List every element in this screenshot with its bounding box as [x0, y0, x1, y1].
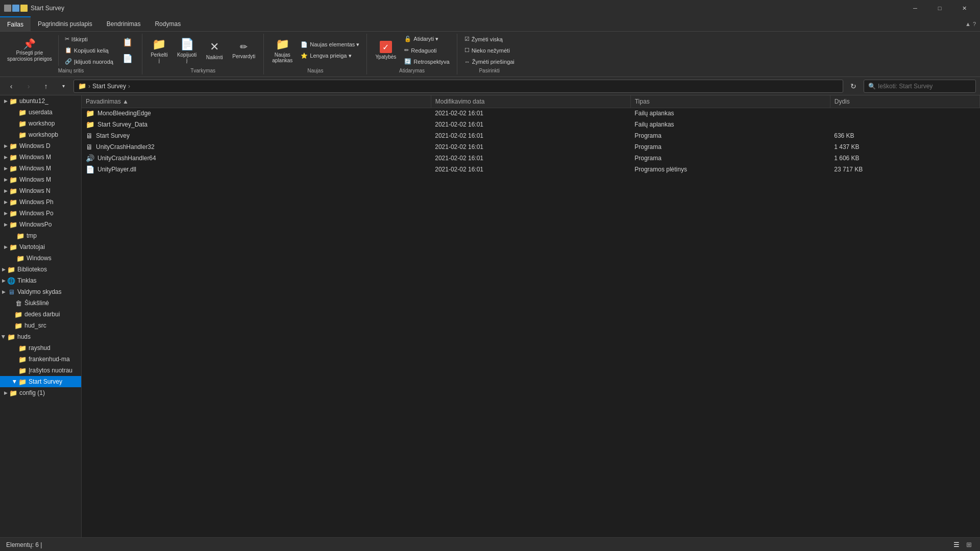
ribbon-group-naujas: 📁 Naujasaplankas 📄 Naujas elementas ▾ ⭐ … — [264, 34, 367, 74]
sidebar-item-huds[interactable]: ▶ 📁 huds — [0, 331, 81, 342]
btn-iklijuoti-nuoroda[interactable]: 🔗 Įklijuoti nuorodą — [62, 57, 116, 67]
cell-name-2: 🖥 Start Survey — [82, 130, 431, 141]
table-row[interactable]: 📁 MonoBleedingEdge 2021-02-02 16:01 Fail… — [82, 108, 980, 119]
maximize-button[interactable]: □ — [928, 0, 951, 16]
sidebar-item-frankenhud[interactable]: ▶ 📁 frankenhud-ma — [0, 354, 81, 365]
folder-icon-windowsD: 📁 — [9, 142, 17, 150]
btn-prisegti[interactable]: 📌 Prisegti priesparciosios prieigos — [4, 35, 55, 66]
btn-naujas-elementas[interactable]: 📄 Naujas elementas ▾ — [298, 40, 362, 50]
sidebar-item-windowsM2[interactable]: ▶ 📁 Windows M — [0, 163, 81, 174]
sidebar-item-siuksline[interactable]: ▶ 🗑 Šiukšlinė — [0, 297, 81, 309]
btn-perkelti[interactable]: 📁 Perkeltiį — [146, 35, 172, 66]
btn-redaguoti[interactable]: ✏ Redaguoti — [401, 45, 452, 56]
col-header-type[interactable]: Tipas — [630, 95, 830, 108]
ribbon-collapse-icon[interactable]: ▲ — [965, 21, 971, 27]
btn-retrospektyva[interactable]: 🔄 Retrospektyva — [401, 57, 452, 67]
view-details-button[interactable]: ☰ — [951, 540, 962, 550]
sidebar-item-bibliotekos[interactable]: ▶ 📁 Bibliotekos — [0, 264, 81, 275]
sidebar-item-config[interactable]: ▶ 📁 config (1) — [0, 387, 81, 398]
btn-kopijuoti2[interactable]: 📄 Kopijuotiį — [173, 35, 201, 66]
retrospektyva-icon: 🔄 — [404, 58, 411, 65]
sidebar: ▶ 📁 ubuntu12_ ▶ 📁 userdata ▶ 📁 workshop … — [0, 95, 82, 537]
ribbon-help-icon[interactable]: ? — [973, 21, 976, 27]
folder-icon-workshopb: 📁 — [18, 131, 27, 139]
sidebar-item-windowsN[interactable]: ▶ 📁 Windows N — [0, 185, 81, 196]
table-row[interactable]: 📁 Start Survey_Data 2021-02-02 16:01 Fai… — [82, 119, 980, 130]
cell-size-2: 636 KB — [830, 130, 979, 141]
refresh-button[interactable]: ↻ — [846, 79, 861, 93]
sidebar-item-start-survey[interactable]: ▶ 📁 Start Survey — [0, 376, 81, 387]
arrow-windowsPo: ▶ — [2, 210, 9, 217]
forward-button[interactable]: › — [21, 79, 36, 93]
cell-type-1: Failų aplankas — [630, 119, 830, 130]
tab-pagrindinis[interactable]: Pagrindinis puslapis — [31, 16, 100, 31]
file-name-label-3: UnityCrashHandler32 — [96, 143, 155, 151]
file-icon-0: 📁 — [86, 109, 94, 117]
search-input[interactable] — [878, 83, 971, 90]
btn-kopijuoti[interactable]: 📋 — [117, 35, 138, 50]
sidebar-item-valdymo-skydas[interactable]: ▶ 🖥 Valdymo skydas — [0, 286, 81, 297]
label-tinklas: Tinklas — [17, 277, 37, 284]
sidebar-item-workshopb[interactable]: ▶ 📁 workshopb — [0, 129, 81, 140]
sidebar-item-windowsPo[interactable]: ▶ 📁 Windows Po — [0, 208, 81, 219]
up-button[interactable]: ↑ — [39, 79, 53, 93]
address-bar[interactable]: 📁 › Start Survey › — [74, 80, 843, 93]
sidebar-item-workshop[interactable]: ▶ 📁 workshop — [0, 118, 81, 129]
btn-naikinti[interactable]: ✕ Naikinti — [202, 35, 227, 66]
col-header-modified[interactable]: Modifikavimo data — [431, 95, 630, 108]
btn-ypatybes[interactable]: ✓ Ypatybės — [371, 35, 400, 66]
sidebar-item-irasytos-nuotr[interactable]: ▶ 📁 Įrašytos nuotrau — [0, 365, 81, 376]
sidebar-item-tmp[interactable]: ▶ 📁 tmp — [0, 230, 81, 241]
sidebar-item-windowsD[interactable]: ▶ 📁 Windows D — [0, 140, 81, 152]
atidarymas-buttons: ✓ Ypatybės 🔓 Atidaryti ▾ ✏ Redaguoti 🔄 R… — [371, 34, 452, 67]
col-header-name[interactable]: Pavadinimas ▲ — [82, 95, 431, 108]
view-large-icons-button[interactable]: ⊞ — [964, 540, 974, 550]
cell-size-0 — [830, 108, 979, 119]
btn-pervardyti[interactable]: ✏ Pervardyti — [228, 35, 259, 66]
copy-paste-main: 📋 📄 — [117, 35, 138, 66]
btn-atidaryti[interactable]: 🔓 Atidaryti ▾ — [401, 34, 452, 44]
sidebar-item-ubuntu12[interactable]: ▶ 📁 ubuntu12_ — [0, 95, 81, 107]
table-row[interactable]: 📄 UnityPlayer.dll 2021-02-02 16:01 Progr… — [82, 164, 980, 175]
btn-naujas-aplankas[interactable]: 📁 Naujasaplankas — [268, 35, 297, 66]
tvarkymas-label: Tvarkymas — [190, 67, 215, 74]
back-button[interactable]: ‹ — [4, 79, 18, 93]
sidebar-item-rayshud[interactable]: ▶ 📁 rayshud — [0, 342, 81, 354]
tab-bendrinimas[interactable]: Bendrinimas — [100, 16, 148, 31]
sidebar-item-windows[interactable]: ▶ 📁 Windows — [0, 253, 81, 264]
sidebar-item-windowsM1[interactable]: ▶ 📁 Windows M — [0, 152, 81, 163]
table-row[interactable]: 🖥 Start Survey 2021-02-02 16:01 Programa… — [82, 130, 980, 141]
btn-lengva-prieiga[interactable]: ⭐ Lengva prieiga ▾ — [298, 51, 362, 61]
label-windows: Windows — [27, 255, 52, 262]
label-valdymo: Valdymo skydas — [17, 288, 61, 295]
tab-failas[interactable]: Failas — [0, 16, 31, 31]
sidebar-item-tinklas[interactable]: ▶ 🌐 Tinklas — [0, 275, 81, 286]
sidebar-item-userdata[interactable]: ▶ 📁 userdata — [0, 107, 81, 118]
title-bar-controls[interactable]: ─ □ ✕ — [903, 0, 976, 16]
btn-nieko-nezymeti[interactable]: ☐ Nieko nežymėti — [461, 45, 518, 56]
recent-locations-button[interactable]: ▾ — [56, 79, 70, 93]
btn-iskirpti[interactable]: ✂ Iškirpti — [62, 34, 116, 44]
sidebar-item-windowsPow[interactable]: ▶ 📁 WindowsPo — [0, 219, 81, 230]
sidebar-item-dedes-darbui[interactable]: ▶ 📁 dedes darbui — [0, 309, 81, 320]
col-header-size[interactable]: Dydis — [830, 95, 979, 108]
arrow-windowsPh: ▶ — [2, 198, 9, 206]
arrow-tinklas: ▶ — [0, 277, 7, 284]
naujas-buttons: 📁 Naujasaplankas 📄 Naujas elementas ▾ ⭐ … — [268, 34, 362, 67]
btn-zymeti-priesing[interactable]: ↔ Žymėti priešingai — [461, 57, 518, 67]
tab-rodymas[interactable]: Rodymas — [148, 16, 188, 31]
close-button[interactable]: ✕ — [952, 0, 976, 16]
folder-icon-windowsM1: 📁 — [9, 153, 17, 161]
minimize-button[interactable]: ─ — [903, 0, 927, 16]
sidebar-item-windowsM3[interactable]: ▶ 📁 Windows M — [0, 174, 81, 185]
sidebar-item-hud-src[interactable]: ▶ 📁 hud_src — [0, 320, 81, 331]
search-bar[interactable]: 🔍 — [864, 80, 976, 93]
label-windowsD: Windows D — [19, 142, 51, 149]
table-row[interactable]: 🔊 UnityCrashHandler64 2021-02-02 16:01 P… — [82, 153, 980, 164]
btn-zymeti-viska[interactable]: ☑ Žymėti viską — [461, 34, 518, 44]
sidebar-item-windowsPh[interactable]: ▶ 📁 Windows Ph — [0, 196, 81, 208]
table-row[interactable]: 🖥 UnityCrashHandler32 2021-02-02 16:01 P… — [82, 141, 980, 153]
btn-iklijuoti[interactable]: 📄 — [117, 51, 138, 66]
sidebar-item-vartotojai[interactable]: ▶ 📁 Vartotojai — [0, 241, 81, 253]
btn-kopijuoti-kelia[interactable]: 📋 Kopijuoti kelią — [62, 45, 116, 56]
